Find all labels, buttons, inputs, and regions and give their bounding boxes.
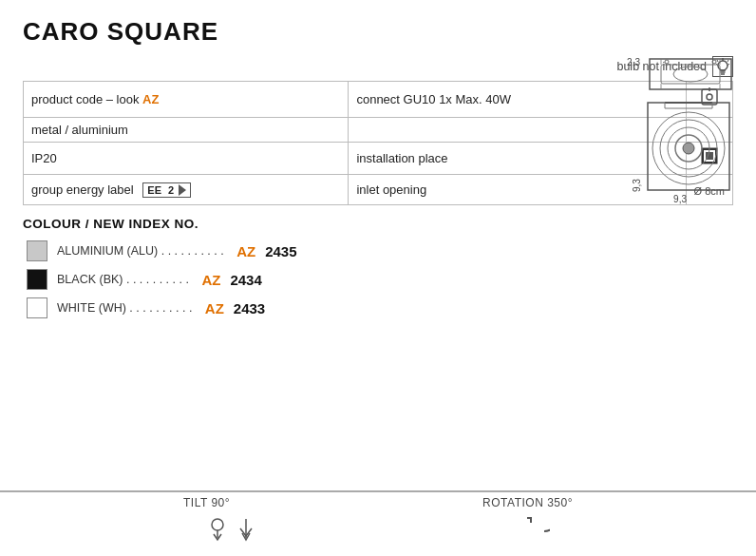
page-title: CARO SQUARE: [23, 17, 733, 47]
ip-cell: IP20: [24, 143, 349, 175]
connect-label: connect GU10 1x Max. 40W: [356, 92, 511, 106]
top-dim-label-group: 2,3: [627, 57, 644, 67]
diagrams: 2,3 9,3: [627, 57, 733, 204]
energy-box: EE 2: [142, 182, 191, 198]
svg-point-34: [212, 519, 223, 530]
list-item: ALUMINIUM (ALU) . . . . . . . . . . AZ24…: [27, 240, 733, 261]
colour-list: ALUMINIUM (ALU) . . . . . . . . . . AZ24…: [27, 240, 733, 318]
rotation-icon-group: [516, 517, 550, 548]
colour-code-num-wh: 2433: [234, 300, 265, 316]
colour-name-alu: ALUMINIUM (ALU) . . . . . . . . . .: [57, 244, 227, 258]
product-code-cell: product code – look AZ: [24, 82, 349, 118]
side-dim-label: 9,3: [630, 101, 642, 192]
tilt-label: TILT 90°: [183, 496, 230, 509]
swatch-black: [27, 269, 47, 290]
svg-point-18: [665, 60, 669, 64]
group-energy-label: group energy label: [31, 182, 134, 197]
side-diagram-group: 9,3 9,3: [630, 101, 731, 204]
swatch-aluminium: [27, 240, 47, 261]
colour-code-num-bk: 2434: [230, 272, 261, 288]
product-code-highlight: AZ: [142, 92, 159, 106]
top-view-diagram: [648, 57, 733, 91]
colour-name-bk: BLACK (BK) . . . . . . . . . .: [57, 273, 192, 286]
colour-section: COLOUR / NEW INDEX NO. ALUMINIUM (ALU) .…: [23, 217, 733, 318]
svg-rect-15: [650, 59, 731, 89]
svg-point-29: [683, 143, 694, 154]
energy-label-cell: group energy label EE 2: [24, 175, 349, 205]
tilt-icons: [206, 517, 255, 544]
swatch-white: [27, 297, 47, 318]
rotation-label: ROTATION 350°: [482, 496, 573, 509]
colour-code-prefix-wh: AZ: [205, 300, 224, 316]
energy-class-value: 2: [168, 184, 174, 196]
side-diagram-row: 9,3: [630, 101, 731, 192]
energy-class-label: EE: [147, 184, 161, 196]
colour-code-num-alu: 2435: [265, 243, 296, 259]
page: CARO SQUARE bulb not included product co…: [0, 0, 756, 556]
tilt-icon: [206, 517, 229, 544]
top-diagram-group: 2,3: [627, 57, 733, 91]
front-view-diagram: [646, 101, 731, 192]
svg-point-19: [712, 60, 716, 64]
tilt-icon-2: [236, 517, 255, 544]
bottom-dim-label: 9,3: [630, 194, 731, 204]
energy-arrow: [179, 184, 186, 196]
colour-name-wh: WHITE (WH) . . . . . . . . . .: [57, 301, 196, 315]
installation-place-label: installation place: [356, 151, 447, 165]
svg-rect-16: [661, 65, 720, 84]
rotation-icon: [516, 517, 550, 546]
list-item: BLACK (BK) . . . . . . . . . . AZ2434: [27, 269, 733, 290]
colour-section-title: COLOUR / NEW INDEX NO.: [23, 217, 733, 231]
bottom-section: TILT 90° ROTATION 350°: [0, 490, 756, 556]
tilt-rotation-icons: [0, 513, 756, 556]
material-label: metal / aluminium: [31, 123, 128, 137]
colour-code-prefix-alu: AZ: [236, 243, 255, 259]
list-item: WHITE (WH) . . . . . . . . . . AZ2433: [27, 297, 733, 318]
tilt-rotation-bar: TILT 90° ROTATION 350°: [0, 492, 756, 513]
inlet-label: inlet opening: [356, 182, 426, 197]
top-dim-label: 2,3: [627, 57, 640, 67]
ip-label: IP20: [31, 151, 57, 165]
material-cell: metal / aluminium: [24, 118, 349, 143]
product-code-label: product code – look: [31, 92, 139, 106]
svg-point-17: [673, 67, 708, 82]
colour-code-prefix-bk: AZ: [201, 272, 220, 288]
